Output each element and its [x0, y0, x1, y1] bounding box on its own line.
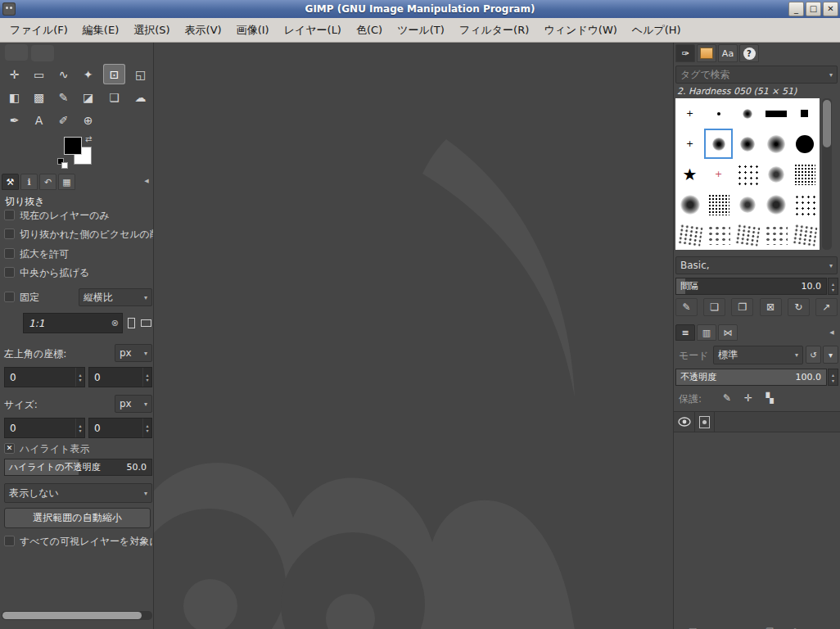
- menubar-item[interactable]: 選択(S): [126, 18, 177, 42]
- tag-filter-dropdown[interactable]: Basic, ▾: [675, 256, 838, 274]
- spin-down-icon[interactable]: ▾: [146, 428, 148, 433]
- minimize-button[interactable]: _: [788, 2, 804, 16]
- brush-item[interactable]: [790, 189, 819, 219]
- aspect-ratio-input[interactable]: 1:1 ⊗: [23, 313, 123, 333]
- position-y-input[interactable]: 0 ▴▾: [88, 367, 152, 387]
- allow-growing-checkbox[interactable]: [4, 248, 15, 259]
- spinner[interactable]: ▴▾: [142, 419, 151, 437]
- spin-down-icon[interactable]: ▾: [146, 378, 148, 382]
- portrait-orientation-button[interactable]: [124, 314, 138, 331]
- fixed-mode-dropdown[interactable]: 縦横比 ▾: [79, 288, 152, 306]
- menubar-item[interactable]: ファイル(F): [2, 18, 75, 42]
- brush-item[interactable]: +: [675, 129, 704, 159]
- reset-tool-options-button[interactable]: ↺: [94, 624, 116, 629]
- fuzzy-select-tool-button[interactable]: ✦: [77, 64, 99, 84]
- landscape-orientation-button[interactable]: [139, 314, 152, 331]
- smudge-tool-button[interactable]: ☁: [129, 87, 151, 107]
- size-width-input[interactable]: 0 ▴▾: [4, 418, 85, 438]
- visibility-toggle[interactable]: [674, 412, 695, 432]
- paths-tab[interactable]: ⋈: [718, 324, 738, 341]
- position-unit-dropdown[interactable]: px ▾: [115, 344, 152, 362]
- lock-pixels-button[interactable]: ✎: [718, 390, 736, 406]
- delete-layer-button[interactable]: ⊠: [810, 622, 832, 629]
- menubar-item[interactable]: レイヤー(L): [277, 18, 349, 42]
- brush-item[interactable]: [704, 129, 733, 159]
- scrollbar-thumb[interactable]: [2, 612, 142, 619]
- swap-colors-icon[interactable]: ⇄: [85, 134, 92, 143]
- brush-item[interactable]: [761, 98, 790, 129]
- zoom-tool-button[interactable]: ⊕: [77, 110, 99, 130]
- mode-menu-button[interactable]: ▾: [823, 346, 838, 364]
- move-tool-button[interactable]: ✛: [3, 64, 25, 84]
- paths-tool-button[interactable]: ✒: [3, 110, 25, 130]
- spin-down-icon[interactable]: ▾: [79, 378, 81, 382]
- spacing-spinner[interactable]: ▴ ▾: [828, 278, 838, 295]
- menubar-item[interactable]: ツール(T): [390, 18, 452, 42]
- patterns-tab[interactable]: [697, 44, 716, 62]
- raise-layer-button[interactable]: ▲: [707, 622, 729, 629]
- default-colors-icon-bg[interactable]: [61, 162, 68, 169]
- menubar-item[interactable]: 色(C): [349, 18, 390, 42]
- free-select-tool-button[interactable]: ∿: [52, 64, 75, 84]
- anchor-layer-button[interactable]: ⚓: [784, 622, 806, 629]
- spinner[interactable]: ▴▾: [75, 419, 84, 437]
- clear-icon[interactable]: ⊗: [111, 318, 122, 328]
- tool-options-horizontal-scrollbar[interactable]: [2, 611, 152, 620]
- menubar-item[interactable]: 画像(I): [229, 18, 277, 42]
- rectangle-select-tool-button[interactable]: ▭: [28, 64, 50, 84]
- mode-switch-button[interactable]: ↺: [806, 346, 821, 364]
- text-tool-button[interactable]: A: [28, 110, 50, 130]
- color-picker-tool-button[interactable]: ✐: [52, 110, 75, 130]
- edit-brush-button[interactable]: ✎: [675, 298, 698, 316]
- help-tab[interactable]: ?: [739, 44, 759, 62]
- new-layer-button[interactable]: ❏: [682, 622, 704, 629]
- brush-item[interactable]: +: [704, 159, 733, 189]
- layer-thumbnail-cell[interactable]: [695, 412, 715, 432]
- tool-options-tab[interactable]: ⚒: [2, 174, 19, 190]
- save-tool-preset-button[interactable]: ▼: [8, 624, 30, 629]
- layers-dock-collapse-button[interactable]: ◀: [826, 326, 838, 339]
- editor-menu-button[interactable]: ▦: [123, 624, 145, 629]
- fonts-tab[interactable]: Aa: [718, 44, 738, 62]
- brush-item[interactable]: [733, 129, 761, 159]
- brush-item[interactable]: [733, 98, 761, 129]
- channels-tab[interactable]: ▥: [697, 324, 716, 341]
- spinner[interactable]: ▴▾: [75, 368, 84, 387]
- gradient-tool-button[interactable]: ▩: [28, 87, 50, 107]
- refresh-brushes-button[interactable]: ↻: [788, 298, 810, 316]
- opacity-spinner[interactable]: ▴ ▾: [828, 369, 838, 386]
- foreground-color-swatch[interactable]: [64, 137, 82, 155]
- canvas-area[interactable]: [154, 43, 673, 629]
- brush-item[interactable]: [733, 159, 761, 189]
- layer-opacity-slider[interactable]: 不透明度 100.0: [675, 369, 827, 386]
- size-unit-dropdown[interactable]: px ▾: [115, 395, 152, 413]
- toolbox-dock-collapse-button[interactable]: ◀: [141, 174, 152, 188]
- bucket-fill-tool-button[interactable]: ◧: [3, 87, 25, 107]
- auto-shrink-button[interactable]: 選択範囲の自動縮小: [4, 508, 151, 528]
- brush-item[interactable]: [675, 189, 704, 219]
- shrink-merged-checkbox[interactable]: [4, 536, 15, 546]
- brush-item[interactable]: [761, 129, 790, 159]
- transform-tool-button[interactable]: ◱: [129, 64, 151, 84]
- position-x-input[interactable]: 0 ▴▾: [4, 367, 85, 387]
- guides-dropdown[interactable]: 表示しない ▾: [4, 483, 152, 503]
- crop-tool-button[interactable]: ⊡: [103, 64, 125, 84]
- pointer-tab[interactable]: ▦: [58, 174, 75, 190]
- restore-tool-preset-button[interactable]: ▲: [37, 624, 59, 629]
- brush-item[interactable]: [704, 98, 733, 129]
- spin-down-icon[interactable]: ▾: [832, 378, 834, 383]
- fixed-checkbox[interactable]: [4, 292, 15, 302]
- delete-cropped-pixels-checkbox[interactable]: [4, 229, 15, 239]
- size-height-input[interactable]: 0 ▴▾: [88, 418, 152, 438]
- undo-history-tab[interactable]: ↶: [39, 174, 56, 190]
- eraser-tool-button[interactable]: ◪: [77, 87, 99, 107]
- highlight-opacity-slider[interactable]: ハイライトの不透明度 50.0: [4, 459, 152, 476]
- menubar-item[interactable]: 編集(E): [75, 18, 126, 42]
- duplicate-brush-button[interactable]: ❐: [731, 298, 753, 316]
- menubar-item[interactable]: ウィンドウ(W): [536, 18, 625, 42]
- brush-item[interactable]: ★: [675, 159, 704, 189]
- spin-down-icon[interactable]: ▾: [832, 287, 834, 292]
- brush-item[interactable]: [761, 189, 790, 219]
- clone-tool-button[interactable]: ❏: [103, 87, 125, 107]
- layer-list-row[interactable]: [674, 411, 840, 432]
